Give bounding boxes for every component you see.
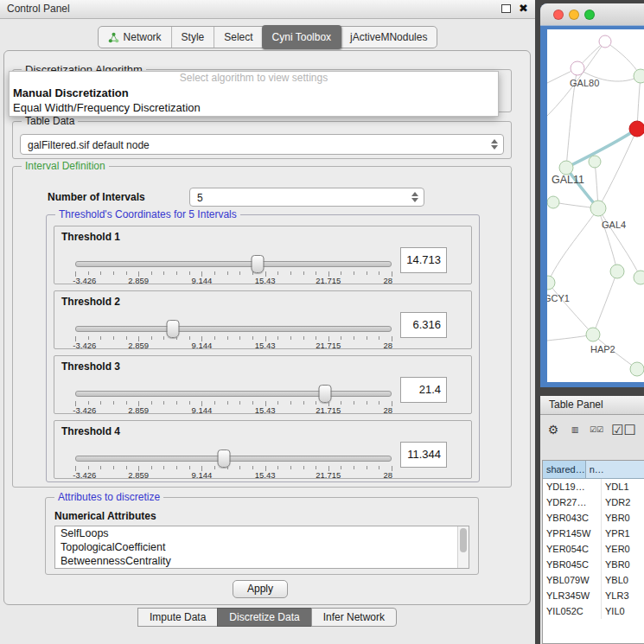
tick-mark [214, 466, 215, 469]
network-node[interactable] [547, 196, 559, 208]
network-node[interactable] [629, 121, 644, 137]
close-traffic-light-icon[interactable] [553, 10, 564, 20]
top-tab[interactable]: Select [214, 27, 262, 48]
list-item[interactable]: SelfLoops [55, 526, 469, 540]
table-row[interactable]: YBR043C YBR0 [543, 510, 644, 526]
slider-track[interactable] [75, 326, 392, 332]
network-node[interactable] [571, 61, 584, 75]
table-row[interactable]: YBR045C YBR0 [543, 557, 644, 572]
table-data-combobox[interactable]: galFiltered.sif default node [20, 134, 504, 155]
network-node[interactable] [586, 328, 600, 341]
table-row[interactable]: YDL19… YDL1 [543, 479, 644, 494]
threshold-value-field[interactable]: 6.316 [400, 312, 447, 338]
network-node[interactable] [599, 35, 611, 48]
table-row[interactable]: YDR27… YDR2 [543, 494, 644, 510]
table-row[interactable]: YLR345W YLR3 [543, 588, 644, 603]
gear-icon[interactable]: ⚙ [546, 422, 560, 437]
bottom-tab[interactable]: Infer Network [311, 608, 397, 627]
threshold-slider[interactable] [75, 258, 392, 270]
tick-mark [316, 401, 316, 405]
network-graph[interactable]: GAL80GAL11GAL4GCY1HAP2 [547, 29, 644, 382]
table-row[interactable]: YPR145W YPR1 [543, 526, 644, 541]
table-row[interactable]: YBL079W YBL0 [543, 572, 644, 588]
tick-mark [303, 271, 304, 275]
slider-axis-labels: -3.4262.8599.14415.4321.71528 [75, 341, 392, 350]
column-visibility-icon[interactable]: ▥ [568, 422, 582, 437]
top-tab[interactable]: Style [171, 27, 214, 48]
slider-handle[interactable] [252, 255, 265, 273]
node-label: GAL80 [570, 78, 599, 88]
tick-mark [189, 336, 190, 340]
network-edge [593, 271, 617, 335]
top-tab[interactable]: Cyni Toolbox [262, 25, 341, 49]
slider-handle[interactable] [319, 385, 332, 403]
slider-track[interactable] [75, 456, 392, 462]
column-header[interactable]: n… [586, 461, 644, 479]
network-node[interactable] [634, 69, 644, 83]
network-node[interactable] [589, 156, 601, 168]
cell-shared-name: YBR043C [543, 510, 602, 526]
table-data-group: Table Data galFiltered.sif default node [12, 121, 512, 159]
column-header[interactable]: shared… [543, 461, 586, 479]
list-item[interactable]: BetweennessCentrality [55, 554, 469, 568]
table-panel-toolbar: ⚙ ▥ ☑☑ ☑☐ [546, 419, 636, 440]
tick-mark [163, 271, 164, 275]
bottom-tab[interactable]: Discretize Data [217, 608, 311, 627]
axis-tick-label: 2.859 [128, 341, 149, 350]
table-row[interactable]: YIL052C YIL0 [543, 603, 644, 619]
axis-tick-label: 21.715 [316, 470, 341, 480]
scrollbar-thumb[interactable] [460, 528, 467, 552]
threshold-value-field[interactable]: 14.713 [400, 247, 447, 273]
network-node[interactable] [630, 362, 644, 376]
threshold-slider[interactable] [75, 387, 392, 399]
top-tab[interactable]: jActiveMNodules [341, 27, 437, 48]
float-window-icon[interactable] [501, 4, 511, 13]
list-item[interactable]: TopologicalCoefficient [55, 540, 469, 554]
network-node[interactable] [610, 265, 624, 278]
bottom-tab[interactable]: Impute Data [137, 608, 218, 627]
network-node[interactable] [559, 161, 573, 175]
select-all-columns-icon[interactable]: ☑☑ [590, 422, 603, 437]
select-some-columns-icon[interactable]: ☑☐ [611, 422, 636, 437]
close-icon[interactable]: ✖ [519, 3, 528, 15]
network-node[interactable] [634, 271, 644, 284]
vertical-scrollbar[interactable] [457, 526, 469, 568]
table-panel: ⚙ ▥ ☑☑ ☑☐ shared… [540, 415, 644, 644]
network-edge [605, 41, 641, 76]
dropdown-option[interactable]: Equal Width/Frequency Discretization [10, 100, 498, 115]
tick-mark [163, 466, 164, 469]
network-edge [548, 208, 598, 283]
network-canvas[interactable]: GAL80GAL11GAL4GCY1HAP2 [547, 29, 644, 382]
tick-mark [163, 401, 164, 405]
table-row[interactable]: YER054C YER0 [543, 541, 644, 557]
table-panel-titlebar: Table Panel [540, 396, 644, 415]
network-node[interactable] [547, 276, 555, 290]
zoom-traffic-light-icon[interactable] [584, 10, 595, 20]
slider-track[interactable] [75, 261, 392, 267]
tick-mark [227, 271, 228, 275]
axis-tick-label: 9.144 [192, 276, 213, 285]
slider-handle[interactable] [167, 320, 180, 338]
apply-button[interactable]: Apply [233, 580, 288, 598]
dropdown-option[interactable]: Manual Discretization [10, 86, 498, 100]
threshold-panel: Threshold 4 11.344 -3.4262.8599.14415.43… [54, 420, 472, 479]
threshold-value-field[interactable]: 21.4 [400, 377, 447, 403]
cell-shared-name: YPR145W [543, 526, 602, 541]
panel-title: Table Panel [549, 399, 603, 411]
slider-track[interactable] [75, 391, 392, 397]
threshold-panel: Threshold 1 14.713 -3.4262.8599.14415.43… [54, 226, 472, 284]
threshold-slider[interactable] [75, 452, 392, 464]
minimize-traffic-light-icon[interactable] [569, 10, 579, 20]
network-node[interactable] [590, 201, 606, 216]
slider-handle[interactable] [218, 450, 231, 468]
tick-mark [290, 401, 291, 405]
threshold-label: Threshold 1 [61, 231, 120, 243]
tick-mark [126, 271, 127, 275]
axis-tick-label: 15.43 [255, 276, 276, 285]
threshold-slider[interactable] [75, 322, 392, 335]
threshold-value-field[interactable]: 11.344 [400, 442, 447, 468]
tick-mark [239, 466, 240, 469]
tick-mark [214, 271, 215, 275]
top-tab[interactable]: Network [99, 27, 171, 48]
number-of-intervals-combobox[interactable]: 5 [189, 188, 424, 207]
